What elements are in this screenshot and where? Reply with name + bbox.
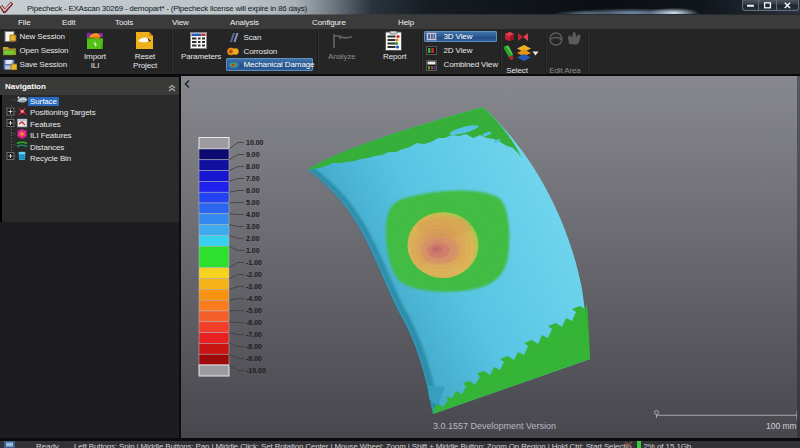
svg-text:-5.00: -5.00 (246, 307, 262, 314)
svg-text:-6.00: -6.00 (246, 319, 262, 326)
svg-text:8.00: 8.00 (246, 163, 260, 170)
svg-text:-7.00: -7.00 (246, 331, 262, 338)
svg-text:10.00: 10.00 (246, 139, 264, 146)
svg-text:-8.00: -8.00 (246, 343, 262, 350)
svg-text:3.0.1557 Development Version: 3.0.1557 Development Version (433, 421, 556, 431)
svg-text:4.00: 4.00 (246, 211, 260, 218)
svg-text:100 mm: 100 mm (766, 421, 797, 431)
svg-text:7.00: 7.00 (246, 175, 260, 182)
svg-text:9.00: 9.00 (246, 151, 260, 158)
svg-text:-1.00: -1.00 (246, 259, 262, 266)
svg-text:-10.00: -10.00 (246, 367, 266, 374)
svg-text:-3.00: -3.00 (246, 283, 262, 290)
svg-text:5.00: 5.00 (246, 199, 260, 206)
svg-text:6.00: 6.00 (246, 187, 260, 194)
svg-text:1.00: 1.00 (246, 247, 260, 254)
svg-text:-9.00: -9.00 (246, 355, 262, 362)
svg-text:2.00: 2.00 (246, 235, 260, 242)
svg-text:3.00: 3.00 (246, 223, 260, 230)
svg-text:-4.00: -4.00 (246, 295, 262, 302)
svg-text:-2.00: -2.00 (246, 271, 262, 278)
